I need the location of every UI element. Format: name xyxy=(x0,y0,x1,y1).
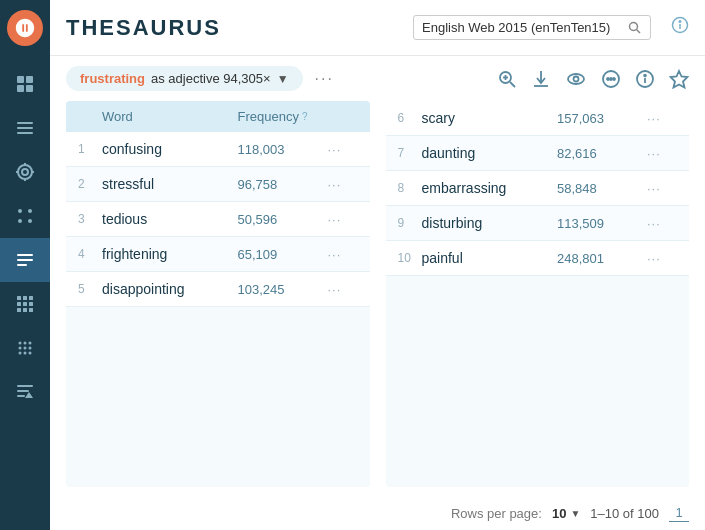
row-more-button[interactable]: ··· xyxy=(328,142,358,157)
zoom-button[interactable] xyxy=(497,69,517,89)
table-row: 2 stressful 96,758 ··· xyxy=(66,167,370,202)
chevron-down-icon: ▼ xyxy=(277,72,289,86)
row-more-button[interactable]: ··· xyxy=(647,111,677,126)
corpus-badge-suffix: as adjective 94,305× xyxy=(151,71,271,86)
content-area: Word Frequency ? 1 confusing 118,003 ···… xyxy=(50,101,705,497)
dots-circle-button[interactable] xyxy=(601,69,621,89)
svg-marker-41 xyxy=(25,392,33,398)
row-word[interactable]: tedious xyxy=(102,211,238,227)
sidebar-item-dots[interactable] xyxy=(0,326,50,370)
sidebar-item-settings[interactable] xyxy=(0,194,50,238)
sidebar-item-grid2[interactable] xyxy=(0,282,50,326)
sort-icon xyxy=(15,382,35,402)
header: THESAURUS xyxy=(50,0,705,56)
table-row: 9 disturbing 113,509 ··· xyxy=(386,206,690,241)
sidebar-item-list[interactable] xyxy=(0,106,50,150)
left-table-rows: 1 confusing 118,003 ··· 2 stressful 96,7… xyxy=(66,132,370,307)
table-row: 10 painful 248,801 ··· xyxy=(386,241,690,276)
menu-active-icon xyxy=(15,250,35,270)
table-row: 3 tedious 50,596 ··· xyxy=(66,202,370,237)
row-word[interactable]: embarrassing xyxy=(422,180,558,196)
target-icon xyxy=(15,162,35,182)
star-button[interactable] xyxy=(669,69,689,89)
row-more-button[interactable]: ··· xyxy=(647,251,677,266)
sidebar-item-sort[interactable] xyxy=(0,370,50,414)
row-more-button[interactable]: ··· xyxy=(328,212,358,227)
app-title: THESAURUS xyxy=(66,15,221,41)
app-logo[interactable] xyxy=(7,10,43,46)
pagination-page[interactable]: 1 xyxy=(669,505,689,522)
freq-help-icon[interactable]: ? xyxy=(302,111,308,122)
list-icon xyxy=(15,118,35,138)
svg-point-37 xyxy=(29,352,32,355)
svg-point-57 xyxy=(610,78,612,80)
grid-icon xyxy=(15,74,35,94)
info-button[interactable] xyxy=(671,16,689,39)
row-frequency: 96,758 xyxy=(238,177,328,192)
row-word[interactable]: disturbing xyxy=(422,215,558,231)
row-word[interactable]: painful xyxy=(422,250,558,266)
row-frequency: 50,596 xyxy=(238,212,328,227)
row-word[interactable]: disappointing xyxy=(102,281,238,297)
svg-point-42 xyxy=(630,22,638,30)
svg-rect-22 xyxy=(29,296,33,300)
left-word-table: Word Frequency ? 1 confusing 118,003 ···… xyxy=(66,101,370,487)
svg-point-61 xyxy=(644,74,646,76)
svg-point-36 xyxy=(24,352,27,355)
rows-per-page-selector[interactable]: 10 ▼ xyxy=(552,506,580,521)
row-number: 6 xyxy=(398,111,422,125)
grid2-icon xyxy=(15,294,35,314)
row-word[interactable]: frightening xyxy=(102,246,238,262)
svg-point-29 xyxy=(19,342,22,345)
right-word-table: 6 scary 157,063 ··· 7 daunting 82,616 ··… xyxy=(386,101,690,487)
corpus-selector[interactable]: frustrating as adjective 94,305× ▼ xyxy=(66,66,303,91)
svg-point-34 xyxy=(29,347,32,350)
toolbar: frustrating as adjective 94,305× ▼ ··· xyxy=(50,56,705,101)
svg-rect-21 xyxy=(23,296,27,300)
sidebar-item-target[interactable] xyxy=(0,150,50,194)
view-button[interactable] xyxy=(565,69,587,89)
row-number: 10 xyxy=(398,251,422,265)
sidebar-item-grid[interactable] xyxy=(0,62,50,106)
svg-point-35 xyxy=(19,352,22,355)
row-number: 2 xyxy=(78,177,102,191)
svg-point-33 xyxy=(24,347,27,350)
svg-point-53 xyxy=(568,74,584,84)
more-options-button[interactable]: ··· xyxy=(315,70,334,88)
svg-rect-28 xyxy=(29,308,33,312)
row-word[interactable]: confusing xyxy=(102,141,238,157)
svg-rect-25 xyxy=(29,302,33,306)
svg-rect-0 xyxy=(17,76,24,83)
download-button[interactable] xyxy=(531,69,551,89)
search-button[interactable] xyxy=(628,21,642,35)
row-word[interactable]: scary xyxy=(422,110,558,126)
svg-rect-5 xyxy=(17,127,33,129)
svg-rect-1 xyxy=(26,76,33,83)
sidebar-item-menu[interactable] xyxy=(0,238,50,282)
row-more-button[interactable]: ··· xyxy=(328,247,358,262)
row-more-button[interactable]: ··· xyxy=(647,181,677,196)
svg-point-30 xyxy=(24,342,27,345)
row-more-button[interactable]: ··· xyxy=(647,146,677,161)
table-header-left: Word Frequency ? xyxy=(66,101,370,132)
svg-point-32 xyxy=(19,347,22,350)
row-word[interactable]: daunting xyxy=(422,145,558,161)
svg-rect-27 xyxy=(23,308,27,312)
search-bar[interactable] xyxy=(413,15,651,40)
row-more-button[interactable]: ··· xyxy=(647,216,677,231)
table-row: 4 frightening 65,109 ··· xyxy=(66,237,370,272)
row-more-button[interactable]: ··· xyxy=(328,177,358,192)
row-frequency: 65,109 xyxy=(238,247,328,262)
svg-rect-38 xyxy=(17,385,33,387)
keyword-highlight: frustrating xyxy=(80,71,145,86)
table-row: 1 confusing 118,003 ··· xyxy=(66,132,370,167)
info-toolbar-button[interactable] xyxy=(635,69,655,89)
row-word[interactable]: stressful xyxy=(102,176,238,192)
search-input[interactable] xyxy=(422,20,622,35)
svg-rect-2 xyxy=(17,85,24,92)
row-frequency: 248,801 xyxy=(557,251,647,266)
svg-point-56 xyxy=(607,78,609,80)
row-more-button[interactable]: ··· xyxy=(328,282,358,297)
right-table-rows: 6 scary 157,063 ··· 7 daunting 82,616 ··… xyxy=(386,101,690,276)
svg-rect-17 xyxy=(17,254,33,256)
